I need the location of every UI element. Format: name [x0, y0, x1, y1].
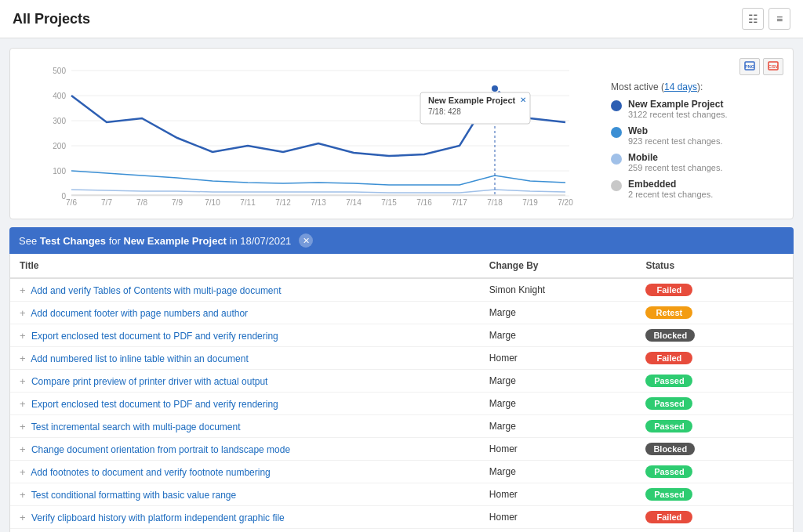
row-expand-button[interactable]: + [20, 466, 29, 478]
test-title-link[interactable]: Test conditional formatting with basic v… [31, 490, 236, 501]
page-title: All Projects [13, 11, 90, 27]
test-title-link[interactable]: Export enclosed test document to PDF and… [31, 399, 278, 410]
row-expand-button[interactable]: + [20, 489, 29, 501]
export-png-button[interactable]: PNG [739, 58, 760, 75]
status-badge: Passed [645, 465, 692, 478]
test-title-link[interactable]: Add numbered list to inline table within… [31, 353, 249, 364]
legend-text: Web 923 recent test changes. [628, 125, 722, 146]
filter-bar-text: See Test Changes for New Example Project… [19, 235, 291, 247]
svg-text:✕: ✕ [520, 96, 526, 104]
row-expand-button[interactable]: + [20, 307, 29, 319]
test-title-link[interactable]: Add document footer with page numbers an… [31, 308, 248, 319]
list-view-button[interactable]: ≡ [768, 8, 790, 30]
row-title-cell: + Verify clipboard history with platform… [10, 506, 480, 529]
test-title-link[interactable]: Add and verify Tables of Contents with m… [31, 285, 281, 296]
svg-text:PNG: PNG [744, 64, 754, 69]
status-badge: Blocked [645, 443, 695, 455]
filter-close-button[interactable]: ✕ [299, 233, 313, 248]
svg-text:New Example Project: New Example Project [428, 96, 516, 105]
legend-sub: 3122 recent test changes. [628, 110, 728, 119]
svg-text:7/18: 428: 7/18: 428 [428, 107, 461, 116]
test-title-link[interactable]: Change document orientation from portrai… [31, 444, 290, 455]
legend-name: Web [628, 125, 722, 136]
table-row: + Add footnotes to document and verify f… [10, 461, 793, 483]
export-row: PNG CSV [611, 58, 783, 75]
row-status-cell: Passed [636, 415, 793, 438]
svg-text:7/6: 7/6 [66, 198, 77, 207]
table-row: + Add and verify Tables of Contents with… [10, 278, 793, 302]
row-title-cell: + Format table with built-in style [10, 529, 480, 533]
row-expand-button[interactable]: + [20, 398, 29, 410]
legend-item: New Example Project 3122 recent test cha… [611, 99, 783, 119]
table-row: + Add document footer with page numbers … [10, 302, 793, 324]
row-status-cell: Failed [636, 506, 793, 529]
row-status-cell: Passed [636, 461, 793, 483]
legend-dot [611, 100, 622, 111]
row-expand-button[interactable]: + [20, 512, 29, 523]
row-status-cell: Passed [636, 393, 793, 415]
table-row: + Format table with built-in style Simon… [10, 529, 793, 533]
grid-view-button[interactable]: ☷ [742, 8, 764, 30]
row-expand-button[interactable]: + [20, 421, 29, 432]
status-badge: Failed [645, 284, 692, 296]
main-content: 500 400 300 200 100 0 7/6 7/7 7/8 7/9 [0, 38, 803, 532]
row-changeby-cell: Marge [480, 461, 637, 483]
legend-sub: 2 recent test changes. [628, 190, 713, 199]
table-row: + Export enclosed test document to PDF a… [10, 393, 793, 415]
row-status-cell: Failed [636, 347, 793, 370]
table-row: + Add numbered list to inline table with… [10, 347, 793, 370]
test-title-link[interactable]: Add footnotes to document and verify foo… [31, 467, 271, 478]
row-title-cell: + Add document footer with page numbers … [10, 302, 480, 324]
svg-text:CSV: CSV [768, 64, 778, 69]
svg-text:100: 100 [53, 167, 66, 176]
legend-dot [611, 154, 622, 165]
legend-text: Mobile 259 recent test changes. [628, 152, 722, 172]
row-title-cell: + Compare print preview of printer drive… [10, 370, 480, 393]
row-status-cell: Passed [636, 529, 793, 533]
svg-text:7/9: 7/9 [172, 198, 183, 207]
test-title-link[interactable]: Compare print preview of printer driver … [31, 376, 267, 387]
legend-items: New Example Project 3122 recent test cha… [611, 99, 783, 199]
test-title-link[interactable]: Export enclosed test document to PDF and… [31, 331, 278, 342]
row-changeby-cell: Homer [480, 506, 637, 529]
row-title-cell: + Add and verify Tables of Contents with… [10, 278, 480, 302]
results-table-container: Title Change By Status + Add and verify … [9, 254, 794, 532]
table-row: + Export enclosed test document to PDF a… [10, 324, 793, 347]
row-title-cell: + Add footnotes to document and verify f… [10, 461, 480, 483]
status-badge: Retest [645, 306, 692, 319]
legend-dot [611, 180, 622, 191]
legend-item: Web 923 recent test changes. [611, 125, 783, 146]
svg-text:7/17: 7/17 [452, 198, 467, 207]
row-expand-button[interactable]: + [20, 284, 29, 296]
test-title-link[interactable]: Verify clipboard history with platform i… [31, 512, 285, 523]
row-changeby-cell: Marge [480, 393, 637, 415]
row-status-cell: Passed [636, 483, 793, 506]
legend-sub: 259 recent test changes. [628, 163, 722, 172]
export-csv-button[interactable]: CSV [763, 58, 783, 75]
svg-text:7/20: 7/20 [558, 198, 573, 207]
row-status-cell: Retest [636, 302, 793, 324]
col-header-title: Title [10, 254, 480, 278]
row-changeby-cell: Marge [480, 302, 637, 324]
top-section: 500 400 300 200 100 0 7/6 7/7 7/8 7/9 [9, 48, 794, 219]
row-expand-button[interactable]: + [20, 443, 29, 455]
test-title-link[interactable]: Test incremental search with multi-page … [31, 422, 241, 432]
row-expand-button[interactable]: + [20, 330, 29, 342]
legend-area: PNG CSV Most active (14 days): New Examp… [611, 58, 783, 209]
row-expand-button[interactable]: + [20, 353, 29, 364]
row-expand-button[interactable]: + [20, 375, 29, 387]
row-status-cell: Blocked [636, 438, 793, 461]
most-active-link[interactable]: 14 days [664, 81, 697, 92]
row-title-cell: + Test conditional formatting with basic… [10, 483, 480, 506]
legend-name: New Example Project [628, 99, 728, 110]
legend-sub: 923 recent test changes. [628, 136, 722, 146]
svg-text:7/10: 7/10 [205, 198, 220, 207]
col-header-changeby: Change By [480, 254, 637, 278]
table-body: + Add and verify Tables of Contents with… [10, 278, 793, 532]
legend-name: Embedded [628, 179, 713, 190]
legend-item: Embedded 2 recent test changes. [611, 179, 783, 199]
row-title-cell: + Test incremental search with multi-pag… [10, 415, 480, 438]
status-badge: Failed [645, 352, 692, 364]
svg-text:7/15: 7/15 [381, 198, 397, 207]
status-badge: Passed [645, 420, 692, 432]
